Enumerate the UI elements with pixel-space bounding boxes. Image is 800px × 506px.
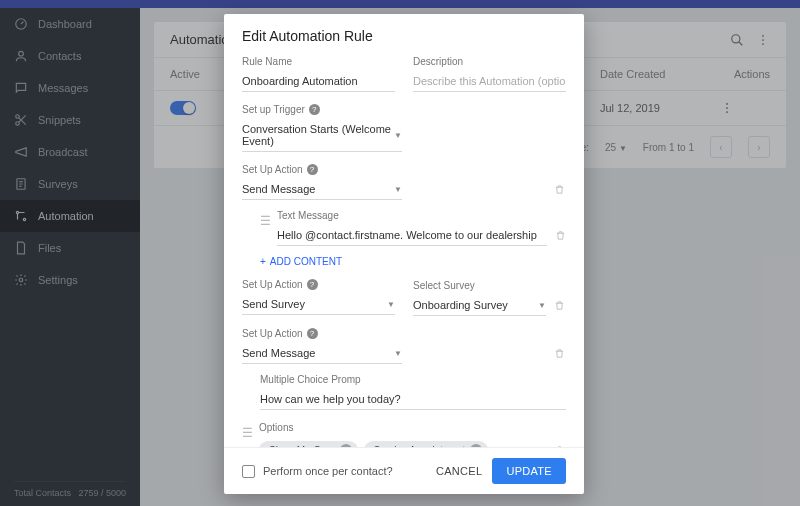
drag-icon[interactable]: ☰ xyxy=(242,426,253,440)
trigger-select[interactable]: Conversation Starts (Welcome Event)▼ xyxy=(242,119,402,152)
delete-icon[interactable] xyxy=(554,348,566,359)
delete-icon[interactable] xyxy=(554,300,566,311)
chip-remove-icon[interactable]: ✕ xyxy=(340,444,352,447)
text-message-label: Text Message xyxy=(277,210,566,221)
cancel-button[interactable]: CANCEL xyxy=(436,465,482,477)
edit-automation-dialog: Edit Automation Rule Rule Name Descripti… xyxy=(224,14,584,494)
text-message-input[interactable] xyxy=(277,225,547,246)
mc-prompt-label: Multiple Choice Promp xyxy=(260,374,566,385)
options-label: Options xyxy=(259,422,566,433)
chip-remove-icon[interactable]: ✕ xyxy=(470,444,482,447)
update-button[interactable]: UPDATE xyxy=(492,458,566,484)
drag-icon[interactable]: ☰ xyxy=(260,214,271,228)
rule-name-input[interactable] xyxy=(242,71,395,92)
trigger-label: Set up Trigger? xyxy=(242,104,566,115)
plus-icon: + xyxy=(260,256,266,267)
action-label: Set Up Action? xyxy=(242,164,566,175)
description-label: Description xyxy=(413,56,566,67)
action2-select[interactable]: Send Survey▼ xyxy=(242,294,395,315)
mc-prompt-input[interactable] xyxy=(260,389,566,410)
help-icon[interactable]: ? xyxy=(307,328,318,339)
help-icon[interactable]: ? xyxy=(307,279,318,290)
add-content-button[interactable]: +ADD CONTENT xyxy=(260,256,566,267)
options-chips[interactable]: Show Me Cars✕ Service Appointment✕ ▼ xyxy=(259,437,546,447)
action3-select[interactable]: Send Message▼ xyxy=(242,343,402,364)
delete-icon[interactable] xyxy=(554,445,566,447)
dialog-title: Edit Automation Rule xyxy=(224,14,584,56)
perform-once-label: Perform once per contact? xyxy=(263,465,393,477)
chip: Service Appointment✕ xyxy=(364,441,489,447)
chip: Show Me Cars✕ xyxy=(259,441,358,447)
action1-select[interactable]: Send Message▼ xyxy=(242,179,402,200)
survey-select[interactable]: Onboarding Survey▼ xyxy=(413,295,546,316)
action-label: Set Up Action? xyxy=(242,328,566,339)
perform-once-checkbox[interactable] xyxy=(242,465,255,478)
description-input[interactable] xyxy=(413,71,566,92)
help-icon[interactable]: ? xyxy=(307,164,318,175)
help-icon[interactable]: ? xyxy=(309,104,320,115)
delete-icon[interactable] xyxy=(555,230,566,241)
rule-name-label: Rule Name xyxy=(242,56,395,67)
select-survey-label: Select Survey xyxy=(413,280,566,291)
delete-icon[interactable] xyxy=(554,184,566,195)
